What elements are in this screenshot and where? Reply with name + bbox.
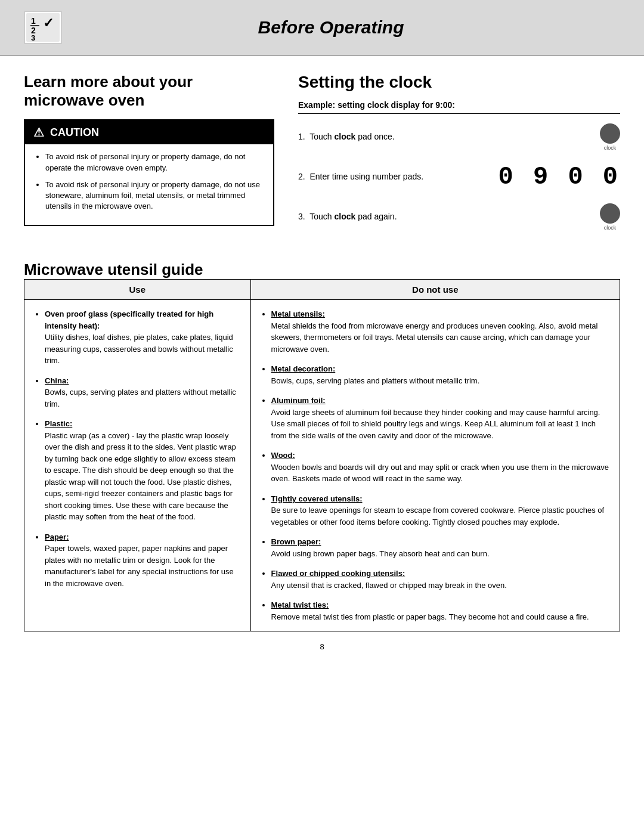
clock-step-2: 2. Enter time using number pads. 0 9 0 0: [298, 163, 620, 191]
use-item-glass: Oven proof glass (specifically treated f…: [45, 308, 240, 367]
do-not-use-brown-paper: Brown paper: Avoid using brown paper bag…: [271, 536, 609, 559]
table-row: Oven proof glass (specifically treated f…: [24, 300, 620, 631]
utensil-title: Microwave utensil guide: [24, 261, 620, 279]
do-not-use-wood-title: Wood:: [271, 451, 295, 460]
table-header-row: Use Do not use: [24, 280, 620, 300]
clock-step-2-text: 2. Enter time using number pads.: [298, 171, 493, 183]
use-list: Oven proof glass (specifically treated f…: [35, 308, 240, 589]
use-item-china-title: China:: [45, 376, 69, 385]
utensil-table: Use Do not use Oven proof glass (specifi…: [24, 279, 620, 631]
clock-step-1: 1. Touch clock pad once. clock: [298, 123, 620, 151]
do-not-use-brown-paper-text: Avoid using brown paper bags. They absor…: [271, 549, 490, 558]
caution-item-2: To avoid risk of personal injury or prop…: [45, 179, 264, 212]
caution-item-1: To avoid risk of personal injury or prop…: [45, 151, 264, 173]
use-col: Oven proof glass (specifically treated f…: [24, 300, 251, 631]
svg-text:✓: ✓: [43, 16, 54, 30]
use-item-plastic-title: Plastic:: [45, 419, 72, 428]
svg-text:3: 3: [31, 33, 35, 42]
clock-button-icon-1: [600, 123, 620, 144]
utensil-section: Microwave utensil guide Use Do not use O…: [24, 261, 620, 631]
caution-box: ⚠ CAUTION To avoid risk of personal inju…: [24, 119, 274, 226]
do-not-use-aluminum-foil-title: Aluminum foil:: [271, 396, 326, 405]
use-item-paper: Paper: Paper towels, waxed paper, paper …: [45, 531, 240, 590]
caution-header: ⚠ CAUTION: [25, 120, 273, 144]
do-not-use-list: Metal utensils: Metal shields the food f…: [262, 308, 609, 623]
clock-btn-wrapper-3: clock: [600, 203, 620, 231]
do-not-use-wood: Wood: Wooden bowls and boards will dry o…: [271, 450, 609, 485]
clock-btn-label-3: clock: [604, 225, 617, 231]
use-item-paper-text: Paper towels, waxed paper, paper napkins…: [45, 544, 234, 588]
use-item-plastic: Plastic: Plastic wrap (as a cover) - lay…: [45, 418, 240, 523]
do-not-use-metal-twist-ties-text: Remove metal twist ties from plastic or …: [271, 612, 589, 621]
use-item-paper-title: Paper:: [45, 532, 69, 541]
clock-step-3-text: 3. Touch clock pad again.: [298, 211, 594, 223]
do-not-use-flawed: Flawed or chipped cooking utensils: Any …: [271, 568, 609, 591]
do-not-use-tightly-covered: Tightly covered utensils: Be sure to lea…: [271, 493, 609, 528]
do-not-use-metal-utensils-title: Metal utensils:: [271, 309, 325, 318]
do-not-use-metal-decoration: Metal decoration: Bowls, cups, serving p…: [271, 363, 609, 386]
do-not-use-metal-decoration-title: Metal decoration:: [271, 364, 336, 373]
main-content: Learn more about your microwave oven ⚠ C…: [0, 56, 644, 668]
clock-button-icon-3: [600, 203, 620, 224]
clock-btn-wrapper-1: clock: [600, 123, 620, 151]
clock-section-title: Setting the clock: [298, 73, 620, 92]
do-not-use-tightly-covered-title: Tightly covered utensils:: [271, 494, 363, 503]
logo: 1 2 3 ✓: [24, 11, 62, 44]
do-not-use-tightly-covered-text: Be sure to leave openings for steam to e…: [271, 506, 605, 527]
learn-more-title: Learn more about your microwave oven: [24, 73, 274, 110]
left-column: Learn more about your microwave oven ⚠ C…: [24, 73, 274, 243]
do-not-use-wood-text: Wooden bowls and boards will dry out and…: [271, 463, 609, 484]
do-not-use-metal-twist-ties: Metal twist ties: Remove metal twist tie…: [271, 599, 609, 623]
use-item-glass-title: Oven proof glass (specifically treated f…: [45, 309, 213, 330]
use-item-china: China: Bowls, cups, serving plates and p…: [45, 375, 240, 410]
clock-btn-label-1: clock: [604, 145, 617, 151]
page-title: Before Operating: [80, 17, 620, 38]
caution-body: To avoid risk of personal injury or prop…: [25, 144, 273, 225]
page-number: 8: [24, 642, 620, 651]
top-section: Learn more about your microwave oven ⚠ C…: [24, 73, 620, 243]
do-not-use-flawed-title: Flawed or chipped cooking utensils:: [271, 569, 405, 578]
do-not-use-metal-decoration-text: Bowls, cups, serving plates and platters…: [271, 376, 480, 385]
col-use-header: Use: [24, 280, 251, 300]
col-do-not-use-header: Do not use: [250, 280, 620, 300]
do-not-use-flawed-text: Any utensil that is cracked, flawed or c…: [271, 581, 507, 590]
caution-list: To avoid risk of personal injury or prop…: [35, 151, 264, 212]
use-item-plastic-text: Plastic wrap (as a cover) - lay the plas…: [45, 431, 236, 522]
do-not-use-metal-twist-ties-title: Metal twist ties:: [271, 600, 329, 609]
do-not-use-metal-utensils: Metal utensils: Metal shields the food f…: [271, 308, 609, 355]
do-not-use-aluminum-foil-text: Avoid large sheets of aluminum foil beca…: [271, 408, 600, 440]
clock-example-label: Example: setting clock display for 9:00:: [298, 100, 620, 114]
do-not-use-metal-utensils-text: Metal shields the food from microwave en…: [271, 321, 598, 354]
logo-icon: 1 2 3 ✓: [26, 13, 60, 42]
clock-display: 0 9 0 0: [499, 163, 620, 191]
clock-step-1-text: 1. Touch clock pad once.: [298, 131, 594, 143]
do-not-use-col: Metal utensils: Metal shields the food f…: [250, 300, 620, 631]
caution-label: CAUTION: [50, 126, 99, 139]
use-item-china-text: Bowls, cups, serving plates and platters…: [45, 388, 236, 408]
page-header: 1 2 3 ✓ Before Operating: [0, 0, 644, 56]
use-item-glass-text: Utility dishes, loaf dishes, pie plates,…: [45, 333, 233, 365]
right-column: Setting the clock Example: setting clock…: [298, 73, 620, 243]
do-not-use-aluminum-foil: Aluminum foil: Avoid large sheets of alu…: [271, 395, 609, 441]
clock-step-3: 3. Touch clock pad again. clock: [298, 203, 620, 231]
svg-text:1: 1: [31, 16, 36, 26]
do-not-use-brown-paper-title: Brown paper:: [271, 537, 321, 546]
warning-icon: ⚠: [33, 125, 44, 140]
